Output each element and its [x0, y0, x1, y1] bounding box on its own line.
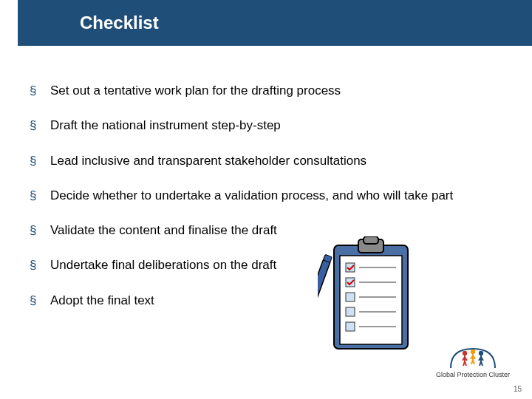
page-title: Checklist — [80, 13, 159, 33]
svg-rect-8 — [346, 322, 355, 331]
logo-figures-icon — [429, 341, 517, 369]
list-item: Undertake final deliberations on the dra… — [30, 257, 502, 273]
svg-rect-6 — [346, 293, 355, 301]
svg-point-19 — [479, 351, 483, 355]
checklist: Set out a tentative work plan for the dr… — [30, 83, 502, 308]
svg-rect-5 — [346, 278, 355, 287]
logo-text: Global Protection Cluster — [429, 371, 517, 378]
svg-rect-2 — [364, 236, 378, 244]
page-number: 15 — [514, 385, 522, 393]
svg-rect-7 — [346, 307, 355, 316]
list-item: Draft the national instrument step-by-st… — [30, 117, 502, 133]
svg-rect-14 — [318, 259, 330, 310]
content-area: Set out a tentative work plan for the dr… — [0, 46, 532, 308]
title-bar: Checklist — [18, 0, 532, 46]
clipboard-illustration — [318, 236, 421, 358]
svg-rect-4 — [346, 263, 355, 272]
list-item: Validate the content and finalise the dr… — [30, 222, 502, 238]
list-item: Adopt the final text — [30, 293, 502, 308]
list-item: Decide whether to undertake a validation… — [30, 188, 458, 203]
list-item: Lead inclusive and transparent stakehold… — [30, 153, 502, 168]
svg-point-17 — [463, 351, 467, 355]
logo: Global Protection Cluster — [429, 341, 517, 378]
svg-point-18 — [471, 349, 475, 354]
list-item: Set out a tentative work plan for the dr… — [30, 83, 502, 98]
